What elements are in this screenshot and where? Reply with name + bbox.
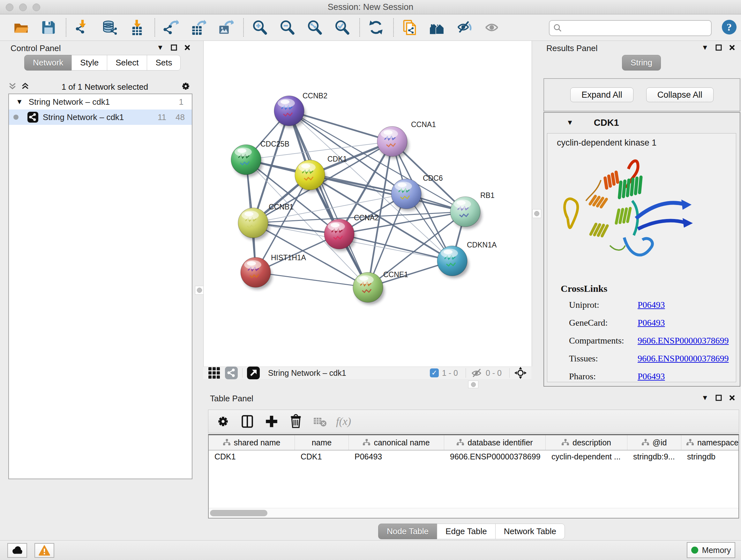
expand-all-button[interactable]: Expand All [570, 87, 633, 102]
column-header-name[interactable]: name [295, 435, 349, 450]
crosslink-value-link[interactable]: P06493 [637, 371, 665, 381]
results-panel-float-icon[interactable] [716, 44, 722, 51]
hide-graphics-details-button[interactable] [456, 18, 474, 37]
node-HIST1H1A[interactable]: HIST1H1A [241, 253, 307, 290]
table-options-gear-icon[interactable] [215, 413, 232, 430]
selected-checkbox[interactable]: ✓ [430, 368, 439, 377]
import-table-from-file-button[interactable] [128, 18, 146, 37]
control-panel-float-icon[interactable] [171, 44, 177, 51]
cell-shared-name[interactable]: CDK1 [209, 450, 295, 462]
show-graphics-details-icon [484, 20, 500, 35]
gene-expand-icon[interactable]: ▼ [566, 118, 574, 127]
search-input[interactable] [562, 23, 711, 33]
left-splitter-handle[interactable] [195, 286, 204, 295]
open-session-button[interactable] [12, 18, 30, 37]
crosslink-value-link[interactable]: P06493 [637, 300, 665, 310]
node-CCNA1[interactable]: CCNA1 [377, 120, 436, 159]
column-header-database-identifier[interactable]: database identifier [444, 435, 546, 450]
hidden-eye-icon[interactable] [470, 368, 482, 378]
import-network-from-file-button[interactable] [73, 18, 91, 37]
network-edge-count: 48 [166, 112, 185, 122]
apply-preferred-layout-button[interactable] [367, 18, 385, 37]
export-network-button[interactable] [162, 18, 180, 37]
control-panel-menu-icon[interactable]: ▼ [157, 44, 164, 52]
node-CCNE1[interactable]: CCNE1 [353, 270, 408, 305]
birds-eye-toggle-icon[interactable] [514, 367, 527, 379]
delete-column-icon[interactable] [287, 413, 305, 430]
zoom-out-button[interactable] [278, 18, 296, 37]
edge-CCNA2-CDKN1A[interactable] [339, 234, 452, 261]
node-CCNB2[interactable]: CCNB2 [274, 91, 327, 128]
network-options-gear-icon[interactable] [180, 81, 191, 93]
cell-namespace[interactable]: stringdb [681, 450, 739, 462]
apply-preferred-layout-icon [368, 20, 384, 35]
memory-button[interactable]: Memory [687, 542, 735, 558]
network-overview-icon [429, 20, 445, 35]
detach-view-icon[interactable] [247, 367, 260, 379]
tab-select[interactable]: Select [107, 55, 147, 71]
tab-edge-table[interactable]: Edge Table [437, 523, 495, 539]
column-header-canonical-name[interactable]: canonical name [349, 435, 444, 450]
show-columns-icon[interactable] [239, 413, 256, 430]
export-table-button[interactable] [190, 18, 207, 37]
scrollbar-thumb[interactable] [210, 510, 267, 516]
save-session-button[interactable] [40, 18, 57, 37]
node-CDC6[interactable]: CDC6 [391, 174, 443, 211]
crosslink-value-link[interactable]: P06493 [637, 318, 665, 328]
cloud-button[interactable] [7, 543, 27, 558]
collapse-all-button[interactable]: Collapse All [646, 87, 714, 102]
tab-node-table[interactable]: Node Table [378, 523, 437, 539]
expand-all-icon[interactable] [21, 82, 29, 91]
network-canvas[interactable]: CCNB2 CCNA1 CDC25B CDK1 CDC6 RB1 [203, 41, 532, 367]
show-graphics-details-button[interactable] [483, 18, 501, 37]
edge-HIST1H1A-CCNE1[interactable] [256, 272, 368, 287]
tab-string[interactable]: String [622, 55, 661, 71]
results-panel-menu-icon[interactable]: ▼ [701, 44, 709, 52]
zoom-fit-content-button[interactable] [306, 18, 324, 37]
column-header-shared-name[interactable]: shared name [209, 435, 295, 450]
warnings-button[interactable] [35, 543, 54, 558]
cell-name[interactable]: CDK1 [295, 450, 349, 462]
network-overview-button[interactable] [428, 18, 446, 37]
network-collection-row[interactable]: ▼ String Network – cdk1 1 [9, 94, 192, 110]
cell--id[interactable]: stringdb:9... [627, 450, 681, 462]
network-badge-icon[interactable] [225, 367, 238, 379]
cell-description[interactable]: cyclin-dependent ... [546, 450, 627, 462]
control-panel-close-icon[interactable] [184, 44, 191, 51]
bottom-splitter-handle[interactable] [468, 381, 478, 388]
table-horizontal-scrollbar[interactable] [209, 508, 738, 518]
import-network-from-database-button[interactable] [101, 18, 119, 37]
zoom-selected-button[interactable] [333, 18, 351, 37]
node-CDK1[interactable]: CDK1 [295, 155, 347, 192]
duplicate-network-button[interactable] [401, 18, 419, 37]
gene-section-header[interactable]: ▼ CDK1 [544, 113, 740, 132]
export-image-button[interactable] [217, 18, 235, 37]
crosslink-value-link[interactable]: 9606.ENSP00000378699 [637, 335, 729, 346]
node-RB1[interactable]: RB1 [450, 191, 495, 229]
column-header-description[interactable]: description [546, 435, 627, 450]
column-header-namespace[interactable]: namespace [681, 435, 739, 450]
add-column-icon[interactable] [263, 413, 280, 430]
table-panel-float-icon[interactable] [716, 395, 722, 401]
help-button[interactable]: ? [722, 20, 737, 35]
results-panel-tabs: String [622, 55, 661, 71]
table-row[interactable]: CDK1CDK1P064939606.ENSP00000378699cyclin… [209, 450, 738, 462]
right-splitter-handle[interactable] [532, 209, 541, 218]
grid-view-icon[interactable] [208, 367, 220, 379]
table-panel-close-icon[interactable] [729, 395, 735, 401]
tab-style[interactable]: Style [71, 55, 107, 71]
network-row[interactable]: String Network – cdk1 11 48 [9, 110, 192, 125]
cell-database-identifier[interactable]: 9606.ENSP00000378699 [444, 450, 546, 462]
zoom-in-button[interactable] [251, 18, 269, 37]
crosslink-value-link[interactable]: 9606.ENSP00000378699 [637, 354, 729, 364]
tab-network-table[interactable]: Network Table [495, 523, 565, 539]
tab-sets[interactable]: Sets [147, 55, 181, 71]
node-CDKN1A[interactable]: CDKN1A [437, 241, 497, 278]
column-header--id[interactable]: @id [627, 435, 681, 450]
results-panel-close-icon[interactable] [729, 44, 735, 51]
table-panel-menu-icon[interactable]: ▼ [701, 394, 709, 402]
cell-canonical-name[interactable]: P06493 [349, 450, 444, 462]
tab-network[interactable]: Network [24, 55, 72, 71]
collapse-all-icon[interactable] [8, 82, 17, 91]
collection-expand-icon[interactable]: ▼ [16, 98, 23, 106]
